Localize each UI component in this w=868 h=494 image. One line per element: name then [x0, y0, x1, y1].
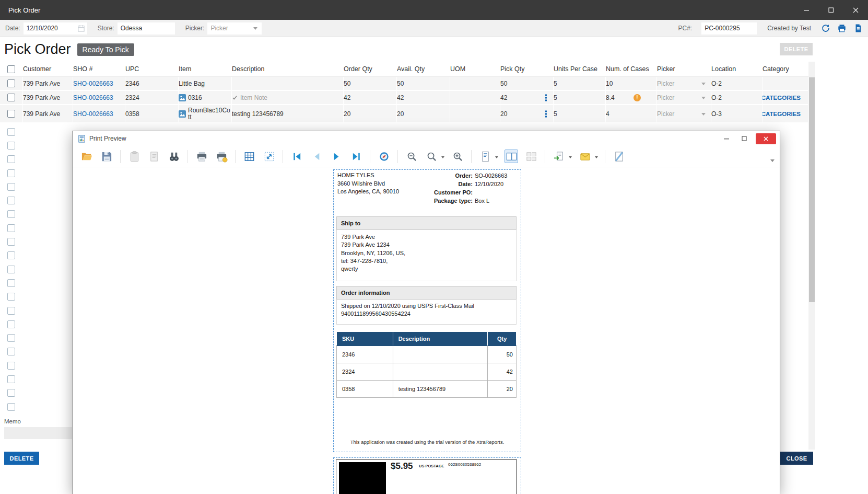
zoom-out-button[interactable]: [405, 150, 418, 163]
delete-button[interactable]: DELETE: [4, 452, 39, 465]
cell-pick-qty[interactable]: 42: [500, 91, 554, 104]
zoom-in-button[interactable]: [451, 150, 464, 163]
row-checkbox[interactable]: [7, 79, 15, 87]
col-avail-qty[interactable]: Avail. Qty: [397, 65, 450, 73]
cell-pick-qty[interactable]: 20: [500, 105, 554, 122]
drag-handle-icon[interactable]: [545, 94, 547, 101]
calendar-icon[interactable]: [77, 25, 85, 32]
chevron-down-icon[interactable]: [569, 156, 572, 160]
preview-maximize-button[interactable]: [738, 133, 750, 144]
col-sho[interactable]: SHO #: [73, 65, 125, 73]
scrollbar-thumb[interactable]: [809, 77, 815, 302]
cell-pick-qty[interactable]: 50: [500, 77, 554, 90]
row-checkbox[interactable]: [7, 307, 15, 315]
row-checkbox[interactable]: [7, 293, 15, 301]
delete-button-top[interactable]: DELETE: [780, 43, 813, 55]
col-pick-qty[interactable]: Pick Qty: [500, 65, 554, 73]
drag-handle-icon[interactable]: [545, 110, 547, 117]
sho-link[interactable]: SHO-0026663: [73, 91, 125, 104]
sho-link[interactable]: SHO-0026663: [73, 105, 125, 122]
table-row[interactable]: 739 Park Ave SHO-0026663 2346 Little Bag…: [0, 77, 808, 91]
category-link[interactable]: 2 CATEGORIES: [763, 91, 808, 104]
minimize-button[interactable]: [794, 0, 819, 20]
row-checkbox[interactable]: [7, 334, 15, 342]
row-checkbox[interactable]: [7, 110, 15, 118]
search-button[interactable]: [167, 150, 181, 163]
col-upc[interactable]: UPC: [125, 65, 179, 73]
preview-close-button[interactable]: [756, 133, 776, 144]
row-checkbox[interactable]: [7, 94, 15, 101]
last-page-button[interactable]: [349, 150, 363, 163]
row-checkbox[interactable]: [7, 142, 15, 150]
print-button[interactable]: [837, 24, 847, 33]
export-button[interactable]: [552, 150, 566, 163]
col-item[interactable]: Item: [179, 65, 232, 73]
refresh-button[interactable]: [820, 24, 830, 33]
row-checkbox[interactable]: [7, 279, 15, 287]
row-checkbox[interactable]: [7, 155, 15, 163]
row-checkbox[interactable]: [7, 362, 15, 370]
picker-dropdown[interactable]: Picker: [657, 77, 711, 90]
magnifier-button[interactable]: [425, 150, 438, 163]
memo-input[interactable]: [4, 427, 78, 439]
close-button[interactable]: [843, 0, 868, 20]
two-page-view-button[interactable]: [505, 150, 518, 163]
item-image-icon[interactable]: [179, 110, 186, 118]
store-input[interactable]: [118, 22, 173, 35]
quick-print-button[interactable]: [215, 150, 228, 163]
chevron-down-icon[interactable]: [441, 156, 444, 160]
row-checkbox[interactable]: [7, 238, 15, 246]
category-link[interactable]: [763, 77, 808, 90]
multi-page-view-button[interactable]: [524, 150, 538, 163]
email-button[interactable]: [578, 150, 592, 163]
row-checkbox[interactable]: [7, 389, 15, 397]
col-description[interactable]: Description: [232, 65, 344, 73]
col-category[interactable]: Category: [763, 65, 808, 73]
next-page-button[interactable]: [330, 150, 343, 163]
document-button[interactable]: [853, 24, 863, 33]
chevron-down-icon[interactable]: [595, 156, 598, 160]
picker-dropdown[interactable]: Picker: [657, 105, 711, 122]
report-detail-band[interactable]: HOME TYLES 3660 Wilshire Blvd Los Angele…: [333, 169, 521, 452]
date-input[interactable]: [24, 22, 77, 35]
print-button[interactable]: [195, 150, 208, 163]
close-button-bottom[interactable]: CLOSE: [780, 452, 813, 465]
col-order-qty[interactable]: Order Qty: [344, 65, 397, 73]
row-checkbox[interactable]: [7, 210, 15, 218]
col-units-per-case[interactable]: Units Per Case: [554, 65, 606, 73]
row-checkbox[interactable]: [7, 183, 15, 191]
col-num-cases[interactable]: Num. of Cases: [606, 65, 657, 73]
preview-minimize-button[interactable]: [720, 133, 733, 144]
row-checkbox[interactable]: [7, 375, 15, 383]
pc-input[interactable]: [701, 22, 755, 35]
clipboard-button[interactable]: [127, 150, 141, 163]
chevron-down-icon[interactable]: [495, 156, 498, 160]
row-checkbox[interactable]: [7, 224, 15, 232]
watermark-button[interactable]: [612, 150, 626, 163]
toolbar-overflow-icon[interactable]: [770, 159, 775, 164]
category-link[interactable]: 2 CATEGORIES: [763, 105, 808, 122]
first-page-button[interactable]: [290, 150, 303, 163]
save-button[interactable]: [100, 150, 113, 163]
open-button[interactable]: [80, 150, 93, 163]
row-checkbox[interactable]: [7, 197, 15, 204]
select-all-checkbox[interactable]: [7, 65, 15, 73]
hand-tool-button[interactable]: [377, 150, 391, 163]
picker-dropdown[interactable]: Picker: [657, 91, 711, 104]
report-postage-band[interactable]: $5.95 US POSTAGE 062S0030538962: [333, 457, 521, 494]
previous-page-button[interactable]: [310, 150, 323, 163]
row-checkbox[interactable]: [7, 169, 15, 177]
col-uom[interactable]: UOM: [450, 65, 500, 73]
row-checkbox[interactable]: [7, 403, 15, 411]
row-checkbox[interactable]: [7, 320, 15, 328]
col-picker[interactable]: Picker: [657, 65, 711, 73]
print-preview-titlebar[interactable]: Print Preview: [73, 131, 780, 146]
sho-link[interactable]: SHO-0026663: [73, 77, 125, 90]
export-disabled-button[interactable]: [147, 150, 161, 163]
item-image-icon[interactable]: [179, 94, 186, 101]
col-location[interactable]: Location: [711, 65, 763, 73]
picker-select[interactable]: Picker: [207, 22, 262, 35]
page-view-button[interactable]: [478, 150, 492, 163]
row-checkbox[interactable]: [7, 348, 15, 355]
vertical-scrollbar[interactable]: [808, 62, 815, 450]
